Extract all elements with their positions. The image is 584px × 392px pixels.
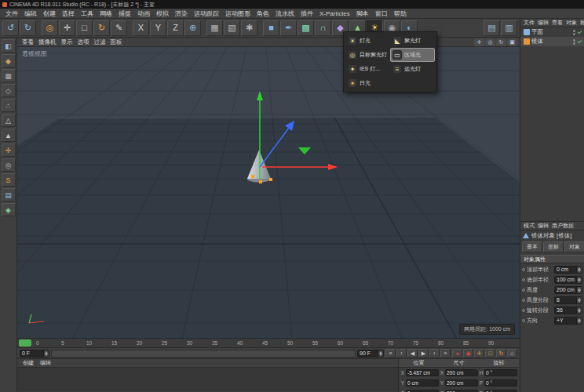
toolbar-button[interactable]: ⊕ — [184, 20, 201, 36]
object-manager-menu-item[interactable]: 文件 — [522, 19, 536, 27]
size-input[interactable]: 200 cm — [445, 369, 478, 376]
viewport-menu-item[interactable]: 查看 — [20, 38, 36, 46]
property-input[interactable]: +Y — [554, 317, 582, 325]
spinner-icon[interactable] — [378, 350, 383, 357]
object-manager-menu-item[interactable]: 编辑 — [536, 19, 550, 27]
enabled-check-icon[interactable] — [578, 29, 582, 34]
timeline-ruler[interactable]: 051015202530354045505560657075808590 — [17, 338, 520, 348]
attribute-tab[interactable]: 坐标 — [543, 241, 564, 252]
record-button[interactable]: ↻ — [496, 349, 506, 358]
toolbar-button[interactable]: ↻ — [20, 20, 36, 36]
light-menu-item[interactable]: ☀ 日光 — [345, 76, 390, 90]
toolbar-button[interactable]: ✱ — [241, 20, 257, 36]
scene-canvas[interactable] — [17, 47, 520, 338]
menu-item[interactable]: 文件 — [2, 9, 21, 18]
range-grip[interactable] — [52, 350, 355, 357]
menu-item[interactable]: 运动跟踪 — [191, 9, 222, 18]
toolbar-button[interactable]: ▦ — [206, 20, 223, 36]
mode-button[interactable]: ▤ — [2, 188, 16, 201]
keyframe-circle-icon[interactable] — [522, 278, 525, 281]
property-input[interactable]: 36 — [554, 307, 582, 314]
toolbar-button[interactable]: ◎ — [42, 20, 58, 36]
transport-button[interactable]: » — [440, 349, 451, 358]
menu-item[interactable]: 网格 — [97, 9, 115, 18]
property-input[interactable]: 8 — [554, 296, 582, 304]
menu-item[interactable]: 选择 — [59, 9, 78, 18]
record-button[interactable]: ◉ — [463, 349, 473, 358]
light-menu-item[interactable]: ≡ 远光灯 — [390, 62, 435, 76]
enabled-check-icon[interactable] — [578, 38, 582, 43]
layout-button[interactable]: ▥ — [501, 20, 517, 36]
spinner-icon[interactable] — [576, 277, 582, 283]
toolbar-button[interactable]: Y — [150, 20, 166, 36]
mode-button[interactable]: ∴ — [2, 99, 16, 112]
toolbar-button[interactable]: ■ — [263, 20, 279, 36]
mode-button[interactable]: ◆ — [2, 54, 16, 67]
menu-item[interactable]: X-Particles — [316, 10, 353, 17]
object-name[interactable]: 锥体 — [531, 38, 543, 45]
record-button[interactable]: □ — [485, 349, 495, 358]
keyframe-circle-icon[interactable] — [522, 289, 525, 292]
attribute-menu-item[interactable]: 模式 — [522, 222, 536, 230]
menu-item[interactable]: 脚本 — [353, 9, 372, 18]
menu-item[interactable]: 编辑 — [21, 9, 40, 18]
spinner-icon[interactable] — [576, 297, 582, 303]
viewport-menu-item[interactable]: 过滤 — [92, 38, 108, 46]
object-name[interactable]: 平面 — [531, 28, 543, 36]
toolbar-button[interactable]: ∩ — [315, 20, 331, 36]
position-input[interactable]: -5.487 cm — [406, 369, 439, 376]
viewport-menu-item[interactable]: 选项 — [75, 38, 92, 46]
viewport-menu-item[interactable]: 面板 — [108, 38, 125, 46]
spinner-icon[interactable] — [576, 287, 582, 293]
playhead[interactable] — [19, 339, 31, 347]
keyframe-circle-icon[interactable] — [522, 299, 525, 302]
menu-item[interactable]: 帮助 — [391, 9, 410, 18]
menu-item[interactable]: 模拟 — [153, 9, 172, 18]
viewport-nav-button[interactable]: ✛ — [474, 38, 484, 46]
viewport-nav-button[interactable]: ▣ — [507, 38, 517, 46]
end-frame-field[interactable]: 90 F — [357, 350, 384, 358]
viewport-menu-item[interactable]: 显示 — [59, 38, 75, 46]
menu-item[interactable]: 创建 — [40, 9, 59, 18]
visibility-dots-icon[interactable] — [573, 30, 575, 35]
attribute-menu-item[interactable]: 编辑 — [536, 222, 550, 230]
transport-button[interactable]: ‹ — [396, 349, 407, 358]
record-button[interactable]: ● — [452, 349, 462, 358]
mode-button[interactable]: ✛ — [2, 143, 16, 157]
viewport-nav-button[interactable]: ↻ — [496, 38, 506, 46]
toolbar-button[interactable]: ↺ — [2, 20, 19, 36]
object-manager-menu-item[interactable]: 查看 — [550, 19, 564, 27]
toolbar-button[interactable]: ▩ — [297, 20, 314, 36]
record-button[interactable]: ✛ — [474, 349, 484, 358]
layout-button[interactable]: ▤ — [484, 20, 500, 36]
object-row[interactable]: 平面 — [520, 27, 584, 37]
section-header[interactable]: 对象属性 — [520, 255, 584, 263]
toolbar-button[interactable]: ▧ — [224, 20, 240, 36]
attribute-menu-item[interactable]: 用户数据 — [550, 222, 575, 230]
transport-button[interactable]: ▶ — [418, 349, 429, 358]
spinner-icon[interactable] — [576, 267, 582, 273]
light-menu-item[interactable]: ◎ 目标聚光灯 — [345, 48, 390, 62]
position-input[interactable]: 0 cm — [406, 379, 439, 387]
light-menu-item[interactable]: ☀ 灯光 — [345, 34, 390, 48]
viewport-nav-button[interactable]: ◎ — [485, 38, 495, 46]
viewport[interactable]: 透视视图 网格间距: 1000 cm — [17, 47, 520, 338]
menu-item[interactable]: 插件 — [297, 9, 316, 18]
toolbar-button[interactable]: ✎ — [111, 20, 127, 36]
menu-item[interactable]: 动画 — [134, 9, 153, 18]
light-menu-item[interactable]: ◣ 聚光灯 — [390, 34, 435, 48]
light-menu-item[interactable]: ▭ 区域光 — [390, 48, 435, 62]
mode-button[interactable]: S — [2, 173, 16, 187]
toolbar-button[interactable]: □ — [76, 20, 93, 36]
attribute-tab[interactable]: 对象 — [564, 241, 584, 252]
menu-item[interactable]: 工具 — [78, 9, 97, 18]
property-input[interactable]: 100 cm — [554, 276, 582, 284]
toolbar-button[interactable]: ✛ — [59, 20, 75, 36]
menu-item[interactable]: 渲染 — [172, 9, 191, 18]
size-input[interactable]: 200 cm — [445, 379, 478, 387]
keyframe-circle-icon[interactable] — [522, 309, 525, 312]
mode-button[interactable]: ◇ — [2, 84, 16, 97]
toolbar-button[interactable]: ↻ — [93, 20, 110, 36]
current-frame-field[interactable]: 0 F — [20, 350, 49, 358]
materials-list[interactable] — [17, 368, 398, 391]
